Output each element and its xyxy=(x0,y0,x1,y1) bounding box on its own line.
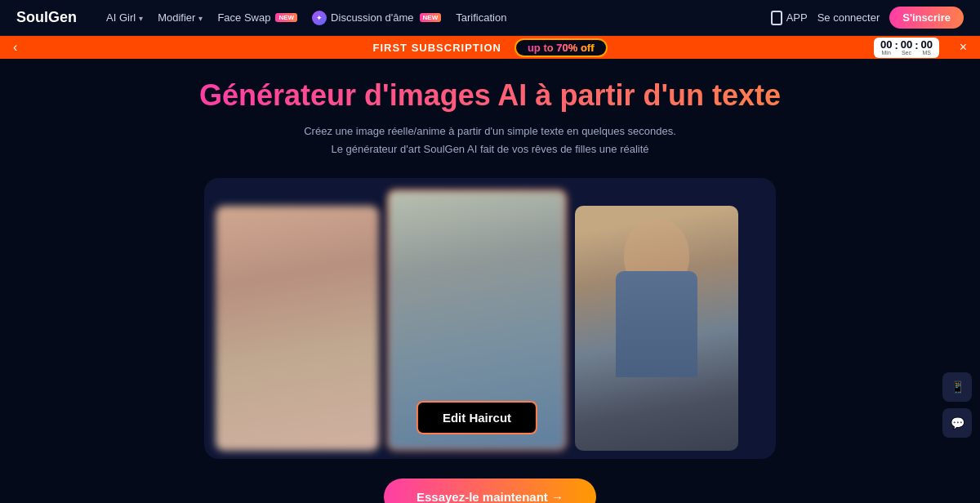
hero-subtitle: Créez une image réelle/anime à partir d'… xyxy=(304,122,676,158)
image-showcase: Edit Haircut xyxy=(204,178,776,459)
brand-logo[interactable]: SoulGen xyxy=(16,9,77,26)
nav-label-face-swap: Face Swap xyxy=(217,11,270,24)
timer-sec-label: Sec xyxy=(902,50,911,56)
timer-ms: 00 MS xyxy=(921,39,933,56)
nav-label-ai-girl: AI Girl xyxy=(106,11,136,24)
timer-min-value: 00 xyxy=(880,39,892,50)
chevron-icon-ai-girl xyxy=(139,11,143,24)
float-chat-button[interactable]: 💬 xyxy=(942,408,972,438)
nav-app-label: APP xyxy=(786,11,808,24)
promo-close-button[interactable]: × xyxy=(960,40,967,55)
phone-icon xyxy=(771,11,782,25)
timer-minutes: 00 Min xyxy=(880,39,892,56)
hero-title: Générateur d'images AI à partir d'un tex… xyxy=(199,78,781,113)
nav-item-face-swap[interactable]: Face Swap NEW xyxy=(217,11,297,24)
timer-sep-1: : xyxy=(894,39,898,51)
promo-bar: ‹ FIRST SUBSCRIPTION up to 70% off 00 Mi… xyxy=(0,36,980,59)
timer-min-label: Min xyxy=(882,50,891,56)
nav-links: AI Girl Modifier Face Swap NEW ✦ Discuss… xyxy=(106,11,751,25)
showcase-center-wrapper: Edit Haircut xyxy=(387,189,567,451)
hero-subtitle-line1: Créez une image réelle/anime à partir d'… xyxy=(304,125,676,137)
promo-arrow-left[interactable]: ‹ xyxy=(13,40,17,55)
promo-subscription-text: FIRST SUBSCRIPTION xyxy=(372,42,501,54)
edit-haircut-button[interactable]: Edit Haircut xyxy=(416,401,537,434)
showcase-image-left xyxy=(216,206,379,451)
chevron-icon-modifier xyxy=(198,11,203,24)
float-phone-icon: 📱 xyxy=(951,381,964,394)
discussion-badge: NEW xyxy=(420,13,442,22)
countdown-timer: 00 Min : 00 Sec : 00 MS xyxy=(874,38,939,58)
signup-button[interactable]: S'inscrire xyxy=(889,7,964,29)
navbar: SoulGen AI Girl Modifier Face Swap NEW ✦… xyxy=(0,0,980,36)
timer-seconds: 00 Sec xyxy=(901,39,912,56)
nav-item-tarification[interactable]: Tarification xyxy=(456,11,506,24)
float-phone-button[interactable]: 📱 xyxy=(942,372,972,402)
timer-ms-label: MS xyxy=(923,50,932,56)
login-button[interactable]: Se connecter xyxy=(817,11,880,24)
nav-item-ai-girl[interactable]: AI Girl xyxy=(106,11,143,24)
soul-icon: ✦ xyxy=(312,11,327,25)
nav-app-button[interactable]: APP xyxy=(771,11,808,25)
timer-ms-value: 00 xyxy=(921,39,933,50)
timer-sec-value: 00 xyxy=(901,39,912,50)
showcase-image-right xyxy=(575,206,738,451)
promo-discount-text: up to 70% off xyxy=(528,42,595,54)
nav-label-discussion: Discussion d'âme xyxy=(331,11,413,24)
nav-label-tarification: Tarification xyxy=(456,11,506,24)
promo-discount-badge: up to 70% off xyxy=(514,38,608,57)
float-chat-icon: 💬 xyxy=(951,416,964,430)
hero-subtitle-line2: Le générateur d'art SoulGen AI fait de v… xyxy=(331,143,648,155)
nav-right: APP Se connecter S'inscrire xyxy=(771,7,964,29)
timer-sep-2: : xyxy=(915,39,918,51)
cta-button[interactable]: Essayez-le maintenant → xyxy=(384,479,596,503)
side-float-buttons: 📱 💬 xyxy=(942,372,972,438)
nav-label-modifier: Modifier xyxy=(158,11,195,24)
main-content: Générateur d'images AI à partir d'un tex… xyxy=(0,59,980,503)
nav-item-discussion[interactable]: ✦ Discussion d'âme NEW xyxy=(312,11,441,25)
nav-item-modifier[interactable]: Modifier xyxy=(158,11,203,24)
face-swap-badge: NEW xyxy=(275,13,297,22)
